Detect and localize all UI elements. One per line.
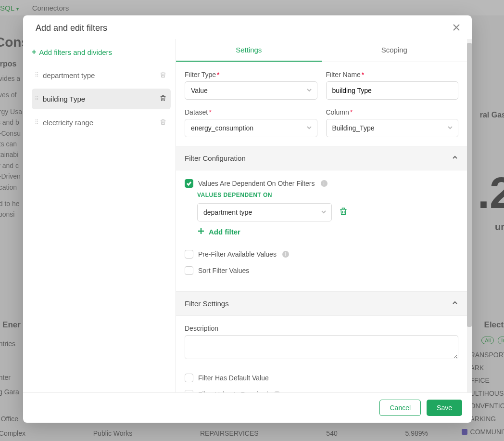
filter-modal: Add and edit filters + Add filters and d…	[23, 15, 472, 423]
info-icon[interactable]: i	[282, 251, 289, 258]
chevron-down-icon	[447, 124, 453, 132]
plus-icon	[197, 227, 205, 236]
values-dependent-on-label: VALUES DEPENDENT ON	[197, 192, 458, 198]
modal-header: Add and edit filters	[23, 15, 472, 33]
add-dependent-filter-button[interactable]: Add filter	[197, 227, 458, 236]
checkbox-unchecked-icon[interactable]	[185, 250, 193, 259]
column-label: Column*	[326, 108, 459, 116]
required-label: Filter Value Is Required	[198, 390, 268, 392]
checkbox-checked-icon[interactable]	[185, 179, 193, 188]
chevron-up-icon	[452, 154, 458, 162]
add-filter-label: Add filter	[209, 228, 240, 236]
tab-settings[interactable]: Settings	[176, 39, 322, 62]
chevron-down-icon	[321, 208, 327, 216]
filter-name-input[interactable]	[326, 81, 459, 100]
column-value: Building_Type	[332, 124, 375, 132]
sort-label: Sort Filter Values	[198, 267, 249, 274]
description-textarea[interactable]	[185, 335, 458, 359]
config-tabs: Settings Scoping	[176, 39, 467, 62]
filter-type-value: Value	[191, 87, 208, 94]
close-icon[interactable]	[453, 24, 460, 33]
chevron-down-icon	[306, 87, 312, 94]
dependent-filter-value: department type	[203, 208, 252, 216]
chevron-down-icon	[306, 124, 312, 132]
filter-item-department-type[interactable]: ⠿ department type	[32, 65, 171, 86]
sort-checkbox-row[interactable]: Sort Filter Values	[185, 266, 458, 275]
modal-footer: Cancel Save	[23, 392, 472, 423]
add-filters-label: Add filters and dividers	[39, 48, 112, 56]
info-icon[interactable]: i	[321, 180, 328, 187]
dataset-value: energy_consumption	[191, 124, 253, 132]
dataset-label: Dataset*	[185, 108, 317, 116]
checkbox-unchecked-icon[interactable]	[185, 266, 193, 275]
info-icon[interactable]: i	[274, 391, 280, 392]
save-button[interactable]: Save	[427, 400, 462, 416]
column-select[interactable]: Building_Type	[326, 119, 459, 137]
drag-handle-icon[interactable]: ⠿	[35, 97, 38, 101]
filter-item-label: building Type	[43, 95, 85, 103]
required-checkbox-row[interactable]: Filter Value Is Required i	[185, 390, 458, 392]
filter-list-panel: + Add filters and dividers ⠿ department …	[23, 39, 176, 392]
modal-title: Add and edit filters	[36, 23, 107, 33]
scrollbar-track[interactable]	[467, 39, 472, 392]
filter-item-label: department type	[43, 71, 95, 79]
section-filter-settings[interactable]: Filter Settings	[176, 291, 467, 316]
filter-name-label: Filter Name*	[326, 71, 459, 78]
scrollbar-thumb[interactable]	[467, 43, 472, 327]
chevron-up-icon	[452, 299, 458, 308]
checkbox-unchecked-icon[interactable]	[185, 390, 193, 392]
section-filter-configuration[interactable]: Filter Configuration	[176, 146, 467, 170]
description-label: Description	[185, 324, 458, 332]
plus-icon: +	[32, 48, 36, 56]
dataset-select[interactable]: energy_consumption	[185, 119, 317, 137]
drag-handle-icon[interactable]: ⠿	[35, 74, 38, 77]
trash-icon[interactable]	[159, 94, 167, 104]
add-filters-button[interactable]: + Add filters and dividers	[32, 46, 171, 65]
trash-icon[interactable]	[159, 71, 167, 80]
filter-item-label: electricity range	[43, 118, 93, 127]
section-title: Filter Settings	[185, 299, 229, 308]
section-title: Filter Configuration	[185, 154, 246, 162]
cancel-button[interactable]: Cancel	[379, 400, 421, 416]
has-default-label: Filter Has Default Value	[198, 374, 269, 382]
drag-handle-icon[interactable]: ⠿	[35, 121, 38, 124]
trash-icon[interactable]	[159, 118, 167, 127]
prefilter-checkbox-row[interactable]: Pre-Filter Available Values i	[185, 250, 458, 259]
filter-type-label: Filter Type*	[185, 71, 317, 78]
remove-dependency-icon[interactable]	[339, 207, 348, 218]
prefilter-label: Pre-Filter Available Values	[198, 250, 277, 258]
filter-item-building-type[interactable]: ⠿ building Type	[32, 89, 171, 109]
checkbox-unchecked-icon[interactable]	[185, 374, 193, 382]
dependent-filter-select[interactable]: department type	[197, 203, 332, 221]
tab-scoping[interactable]: Scoping	[322, 39, 467, 62]
has-default-checkbox-row[interactable]: Filter Has Default Value	[185, 374, 458, 382]
dependent-values-label: Values Are Dependent On Other Filters	[198, 180, 315, 187]
filter-type-select[interactable]: Value	[185, 81, 317, 100]
dependent-values-checkbox-row[interactable]: Values Are Dependent On Other Filters i	[185, 179, 458, 188]
filter-item-electricity-range[interactable]: ⠿ electricity range	[32, 112, 171, 133]
filter-config-panel: Settings Scoping Filter Type* Value Filt…	[176, 39, 472, 392]
